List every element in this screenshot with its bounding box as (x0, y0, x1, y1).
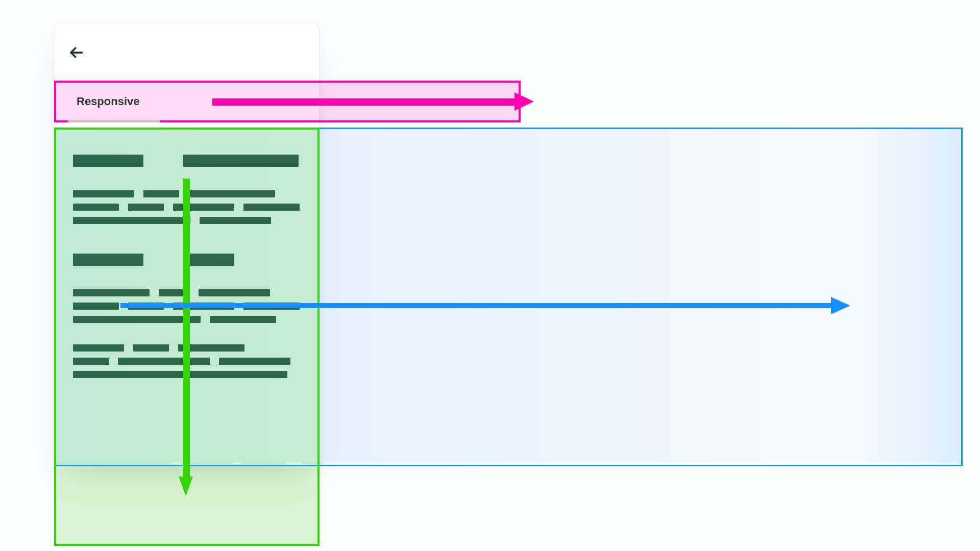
svg-rect-1 (212, 98, 519, 106)
tab-active-indicator (68, 120, 160, 122)
svg-rect-3 (120, 303, 834, 308)
svg-marker-6 (179, 477, 193, 496)
arrow-left-icon (68, 45, 84, 60)
back-button[interactable] (67, 43, 85, 62)
arrow-right-icon (212, 92, 534, 111)
svg-marker-4 (831, 297, 850, 314)
annotation-box-tabs: Responsive (54, 81, 521, 122)
svg-marker-2 (514, 92, 534, 111)
tab-responsive[interactable]: Responsive (77, 95, 140, 108)
arrow-right-icon (120, 297, 850, 314)
arrow-down-icon (179, 179, 193, 496)
svg-rect-5 (183, 179, 190, 480)
